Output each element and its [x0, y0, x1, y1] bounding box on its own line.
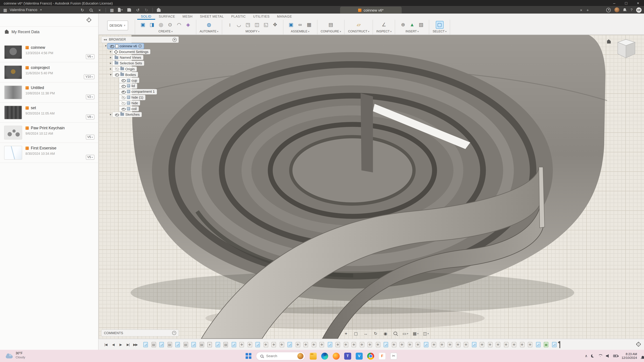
timeline-feature-icon[interactable] — [280, 342, 284, 347]
close-panel-icon[interactable]: × — [97, 7, 102, 12]
recent-file-card[interactable]: coinnew 12/3/2024 4:56 PM V6 — [0, 42, 98, 62]
ribbon-tool-icon[interactable] — [139, 21, 147, 29]
timeline-feature-icon[interactable] — [448, 342, 452, 347]
ribbon-tool-icon[interactable] — [327, 21, 335, 29]
view-cube-home-icon[interactable] — [607, 41, 611, 43]
timeline-feature-icon[interactable] — [456, 342, 460, 347]
nav-tool-icon[interactable] — [353, 331, 359, 336]
timeline-feature-icon[interactable] — [336, 342, 340, 347]
timeline-feature-icon[interactable] — [264, 342, 268, 347]
show-data-panel-icon[interactable]: ▦ — [109, 7, 114, 12]
timeline-feature-icon[interactable] — [488, 342, 492, 347]
redo-icon[interactable]: ↻ — [144, 7, 149, 12]
expand-arrow-icon[interactable] — [104, 44, 108, 48]
browser-row[interactable]: cup — [116, 78, 179, 83]
ribbon-tool-icon[interactable] — [436, 21, 444, 29]
focus-assist-icon[interactable] — [591, 354, 594, 358]
playback-button[interactable] — [126, 343, 130, 346]
timeline-feature-icon[interactable] — [520, 342, 524, 347]
visibility-eye-icon[interactable] — [121, 96, 125, 99]
taskbar-clock[interactable]: 8:23 AM 12/10/2024 — [622, 352, 637, 360]
workspace-selector[interactable]: DESIGN ▼ — [107, 20, 128, 30]
ribbon-tool-icon[interactable] — [355, 21, 363, 29]
version-badge[interactable]: V5 — [86, 155, 94, 160]
volume-icon[interactable] — [606, 354, 610, 358]
recent-file-card[interactable]: First Exsersise 8/30/2024 10:34 AM V5 — [0, 143, 98, 163]
timeline-feature-icon[interactable] — [168, 342, 172, 347]
document-tab[interactable]: coinnew v6* — [340, 6, 402, 13]
profile-avatar[interactable] — [614, 7, 619, 12]
activate-component-radio[interactable] — [138, 44, 142, 48]
timeline-feature-icon[interactable] — [472, 342, 476, 347]
timeline-feature-icon[interactable] — [151, 342, 156, 347]
view-cube-graphic[interactable] — [607, 38, 638, 64]
timeline-feature-icon[interactable] — [216, 342, 220, 347]
timeline-feature-icon[interactable] — [320, 342, 324, 347]
save-icon[interactable] — [126, 7, 132, 12]
timeline-feature-icon[interactable] — [192, 342, 196, 347]
timeline-feature-icon[interactable] — [175, 342, 180, 347]
recent-file-card[interactable]: set 9/20/2024 11:05 AM V8 — [0, 103, 98, 123]
file-menu-icon[interactable]: ▼ — [118, 7, 123, 12]
ribbon-tool-icon[interactable] — [148, 21, 156, 29]
comments-panel[interactable]: COMMENTS + — [102, 330, 179, 336]
timeline-feature-icon[interactable] — [432, 342, 436, 347]
tray-chevron-icon[interactable]: ∧ — [585, 354, 588, 358]
visibility-eye-icon[interactable] — [114, 67, 118, 71]
timeline-feature-icon[interactable] — [352, 342, 356, 347]
timeline-feature-icon[interactable] — [143, 342, 148, 347]
timeline-settings-gear-icon[interactable] — [636, 342, 640, 346]
browser-row[interactable]: Sketches — [109, 112, 179, 117]
taskbar-app-icon[interactable] — [333, 353, 340, 360]
browser-root-row[interactable]: coinnew v6 — [104, 43, 179, 49]
ribbon-group-label[interactable]: INSPECT — [376, 29, 392, 34]
recent-file-card[interactable]: Paw Print Keychain 9/6/2024 10:12 AM V5 — [0, 123, 98, 143]
browser-row[interactable]: lid — [116, 83, 179, 89]
expand-arrow-icon[interactable] — [109, 50, 112, 53]
timeline-feature-icon[interactable] — [240, 342, 244, 347]
visibility-eye-icon[interactable] — [121, 84, 125, 88]
timeline-feature-icon[interactable] — [207, 342, 212, 347]
ribbon-tool-icon[interactable] — [287, 21, 295, 29]
close-tab-icon[interactable]: × — [580, 7, 582, 12]
sync-icon[interactable]: ↻ — [80, 7, 85, 12]
start-button[interactable] — [246, 353, 251, 359]
browser-row[interactable]: hide (1) — [116, 95, 179, 100]
add-comment-icon[interactable]: + — [172, 331, 176, 335]
timeline-feature-icon[interactable] — [440, 342, 444, 347]
browser-row[interactable]: Selection Sets — [109, 61, 179, 66]
timeline-feature-icon[interactable] — [360, 342, 364, 347]
timeline-feature-icon[interactable] — [272, 342, 276, 347]
home-icon[interactable] — [5, 31, 8, 33]
ribbon-group-label[interactable]: AUTOMATE — [200, 29, 218, 34]
timeline-feature-icon[interactable] — [344, 342, 348, 347]
ribbon-tool-icon[interactable] — [399, 21, 407, 29]
ribbon-tool-icon[interactable] — [226, 21, 234, 29]
playback-button[interactable] — [111, 343, 116, 346]
viewport-canvas[interactable]: ◂◂ BROWSER ● coinnew v6 — [99, 35, 644, 339]
ribbon-tool-icon[interactable] — [262, 21, 270, 29]
taskbar-app-icon[interactable] — [344, 353, 351, 360]
battery-icon[interactable] — [614, 355, 618, 357]
nav-tool-icon[interactable] — [383, 331, 388, 336]
timeline-feature-icon[interactable] — [544, 342, 548, 347]
ribbon-tool-icon[interactable] — [380, 21, 388, 29]
expand-arrow-icon[interactable] — [109, 56, 112, 59]
nav-tool-icon[interactable] — [344, 331, 349, 336]
close-button[interactable]: × — [632, 0, 644, 6]
visibility-eye-icon[interactable] — [121, 107, 125, 110]
browser-row[interactable]: Named Views — [109, 55, 179, 60]
timeline-feature-icon[interactable] — [304, 342, 308, 347]
browser-row[interactable]: compartment 1 — [116, 89, 179, 94]
timeline-feature-icon[interactable] — [376, 342, 380, 347]
undo-icon[interactable]: ↺ — [135, 7, 140, 12]
expand-arrow-icon[interactable] — [109, 73, 112, 76]
playback-button[interactable] — [104, 343, 108, 346]
ribbon-tab[interactable]: UTILITIES — [250, 14, 273, 20]
taskbar-app-icon[interactable] — [390, 353, 397, 360]
search-input[interactable] — [266, 354, 294, 358]
timeline-feature-icon[interactable] — [368, 342, 372, 347]
timeline-feature-icon[interactable] — [528, 342, 532, 347]
timeline-feature-icon[interactable] — [312, 342, 316, 347]
browser-row[interactable]: coil — [116, 106, 179, 111]
